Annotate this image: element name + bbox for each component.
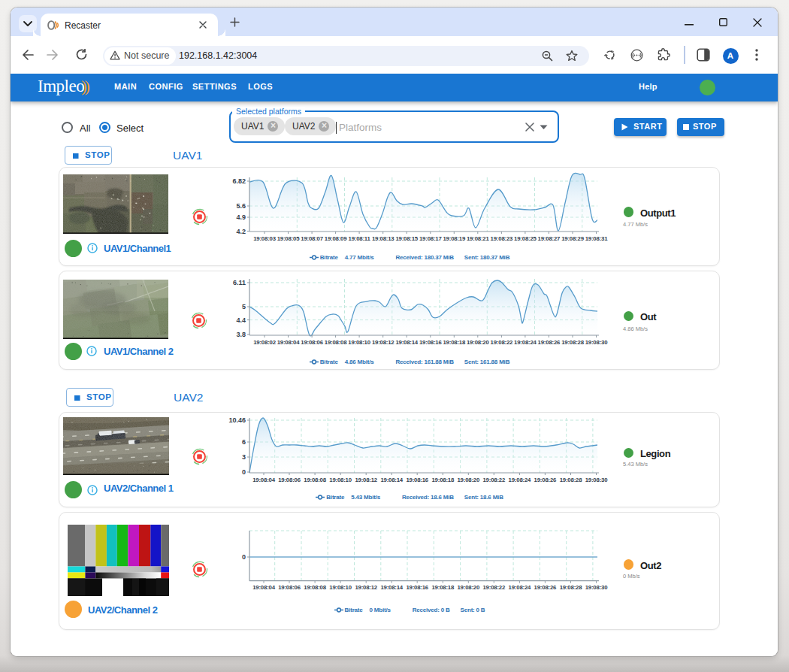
svg-text:19:08:20: 19:08:20 <box>457 477 479 483</box>
svg-text:19:08:08: 19:08:08 <box>304 584 326 591</box>
svg-text:19:08:24: 19:08:24 <box>514 339 537 346</box>
svg-text:19:08:08: 19:08:08 <box>304 477 326 483</box>
svg-text:19:08:04: 19:08:04 <box>252 584 275 591</box>
svg-text:19:08:30: 19:08:30 <box>585 477 608 483</box>
svg-text:19:08:07: 19:08:07 <box>301 235 323 242</box>
svg-text:19:08:12: 19:08:12 <box>355 584 377 591</box>
svg-text:19:08:08: 19:08:08 <box>325 339 347 346</box>
svg-text:5.6: 5.6 <box>236 202 246 210</box>
svg-text:0: 0 <box>242 553 246 561</box>
svg-text:4.9: 4.9 <box>236 213 246 221</box>
svg-text:19:08:13: 19:08:13 <box>372 235 394 242</box>
svg-text:19:08:06: 19:08:06 <box>278 584 301 591</box>
svg-text:19:08:16: 19:08:16 <box>419 339 442 346</box>
svg-text:19:08:15: 19:08:15 <box>395 235 418 242</box>
svg-text:19:08:20: 19:08:20 <box>467 339 489 346</box>
svg-text:19:08:10: 19:08:10 <box>348 339 370 346</box>
svg-text:19:08:26: 19:08:26 <box>538 339 561 346</box>
svg-text:19:08:28: 19:08:28 <box>561 339 584 346</box>
svg-text:19:08:09: 19:08:09 <box>325 235 347 242</box>
svg-text:19:08:10: 19:08:10 <box>329 584 352 591</box>
svg-text:19:08:14: 19:08:14 <box>395 339 418 346</box>
svg-text:6.11: 6.11 <box>233 279 246 286</box>
svg-text:4.4: 4.4 <box>236 316 246 324</box>
svg-text:6: 6 <box>242 438 246 446</box>
svg-text:19:08:26: 19:08:26 <box>534 584 557 591</box>
svg-text:5: 5 <box>242 303 246 310</box>
svg-text:19:08:12: 19:08:12 <box>355 477 377 483</box>
svg-text:19:08:18: 19:08:18 <box>443 339 465 346</box>
svg-text:19:08:16: 19:08:16 <box>406 477 428 483</box>
svg-text:10.46: 10.46 <box>228 416 246 424</box>
svg-text:3: 3 <box>242 453 246 461</box>
svg-text:19:08:27: 19:08:27 <box>538 235 561 242</box>
svg-text:19:08:21: 19:08:21 <box>467 235 489 242</box>
svg-text:19:08:22: 19:08:22 <box>482 584 505 591</box>
svg-text:19:08:18: 19:08:18 <box>431 584 454 591</box>
svg-text:19:08:24: 19:08:24 <box>509 477 531 483</box>
svg-text:19:08:25: 19:08:25 <box>514 235 537 242</box>
svg-text:19:08:31: 19:08:31 <box>585 235 608 242</box>
svg-text:4.2: 4.2 <box>236 228 246 235</box>
svg-text:19:08:06: 19:08:06 <box>278 477 301 483</box>
svg-text:19:08:16: 19:08:16 <box>406 584 428 591</box>
svg-text:3.8: 3.8 <box>236 331 246 338</box>
svg-text:19:08:11: 19:08:11 <box>349 235 371 242</box>
svg-text:0: 0 <box>242 468 246 476</box>
svg-text:19:08:29: 19:08:29 <box>561 235 584 242</box>
svg-text:19:08:22: 19:08:22 <box>491 339 513 346</box>
svg-text:19:08:20: 19:08:20 <box>457 584 479 591</box>
svg-text:19:08:03: 19:08:03 <box>253 235 276 242</box>
svg-text:19:08:30: 19:08:30 <box>585 339 608 346</box>
svg-text:19:08:30: 19:08:30 <box>585 584 608 591</box>
svg-text:19:08:02: 19:08:02 <box>253 339 276 346</box>
svg-text:19:08:19: 19:08:19 <box>443 235 465 242</box>
svg-text:19:08:10: 19:08:10 <box>329 477 352 483</box>
svg-text:19:08:06: 19:08:06 <box>301 339 323 346</box>
svg-text:19:08:14: 19:08:14 <box>380 584 403 591</box>
svg-text:19:08:22: 19:08:22 <box>482 477 505 483</box>
svg-text:19:08:05: 19:08:05 <box>277 235 300 242</box>
svg-text:19:08:28: 19:08:28 <box>560 584 582 591</box>
svg-text:19:08:04: 19:08:04 <box>277 339 300 346</box>
svg-text:19:08:12: 19:08:12 <box>372 339 394 346</box>
svg-text:6.82: 6.82 <box>232 177 246 185</box>
svg-text:19:08:14: 19:08:14 <box>380 477 403 483</box>
svg-text:19:08:18: 19:08:18 <box>431 477 454 483</box>
svg-text:19:08:23: 19:08:23 <box>491 235 513 242</box>
svg-text:19:08:17: 19:08:17 <box>419 235 442 242</box>
svg-text:19:08:04: 19:08:04 <box>252 477 275 483</box>
svg-text:19:08:24: 19:08:24 <box>509 584 531 591</box>
svg-text:19:08:28: 19:08:28 <box>560 477 582 483</box>
svg-text:19:08:26: 19:08:26 <box>534 477 557 483</box>
